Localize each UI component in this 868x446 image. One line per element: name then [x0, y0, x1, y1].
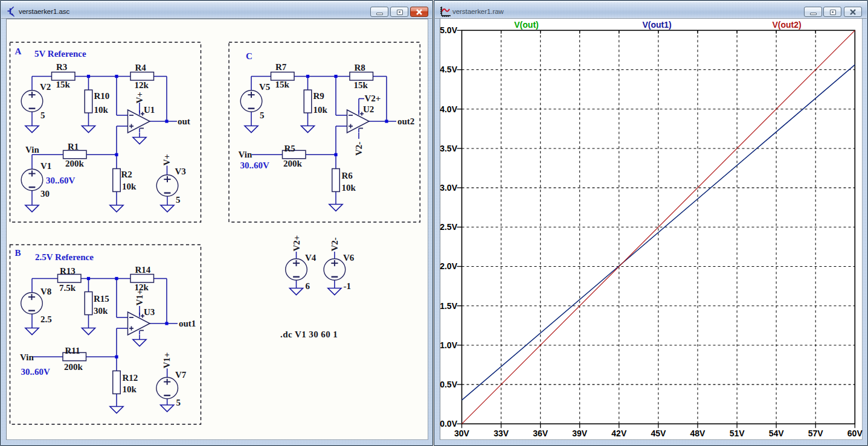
svg-text:2.5V: 2.5V	[440, 222, 457, 232]
svg-text:48V: 48V	[690, 428, 706, 438]
svg-text:60V: 60V	[847, 428, 863, 438]
svg-text:30: 30	[40, 189, 50, 199]
svg-text:R10: R10	[94, 91, 110, 101]
svg-text:R3: R3	[56, 62, 67, 72]
svg-text:V8: V8	[40, 287, 51, 296]
svg-text:7.5k: 7.5k	[59, 283, 76, 293]
svg-text:V3: V3	[175, 167, 186, 176]
svg-text:out: out	[178, 116, 190, 126]
svg-text:Vin: Vin	[20, 352, 34, 362]
svg-text:30..60V: 30..60V	[46, 176, 76, 185]
svg-text:V(out): V(out)	[514, 20, 538, 30]
svg-text:5: 5	[176, 195, 181, 205]
svg-text:V1+: V1+	[162, 352, 172, 369]
svg-text:V(out2): V(out2)	[772, 20, 801, 30]
svg-text:10k: 10k	[313, 105, 328, 115]
svg-text:R12: R12	[123, 373, 138, 383]
svg-text:5: 5	[176, 398, 181, 407]
svg-text:45V: 45V	[651, 428, 666, 438]
svg-text:0.0V: 0.0V	[440, 419, 457, 428]
svg-text:36V: 36V	[533, 428, 548, 438]
svg-text:15k: 15k	[354, 80, 368, 90]
svg-text:Vin: Vin	[25, 145, 39, 155]
svg-text:30..60V: 30..60V	[21, 367, 51, 377]
svg-text:R7: R7	[275, 62, 287, 72]
svg-text:6: 6	[306, 281, 310, 291]
svg-text:U1: U1	[144, 105, 155, 115]
svg-text:V+: V+	[162, 154, 172, 165]
svg-text:15k: 15k	[275, 80, 290, 89]
svg-text:R2: R2	[121, 170, 132, 179]
svg-text:out1: out1	[179, 319, 196, 328]
svg-text:V2+: V2+	[292, 235, 301, 252]
svg-text:5: 5	[40, 110, 45, 120]
svg-text:5: 5	[260, 110, 265, 120]
svg-text:10k: 10k	[122, 182, 137, 191]
svg-text:15k: 15k	[56, 80, 71, 89]
svg-text:57V: 57V	[808, 428, 824, 438]
svg-text:R5: R5	[285, 144, 295, 153]
svg-text:0.5V: 0.5V	[440, 380, 457, 389]
svg-text:R8: R8	[355, 63, 365, 72]
svg-text:R9: R9	[313, 91, 324, 101]
svg-text:12k: 12k	[135, 80, 149, 90]
svg-text:V2+: V2+	[365, 94, 381, 103]
svg-text:V1: V1	[40, 161, 51, 171]
svg-text:R4: R4	[135, 63, 147, 72]
svg-text:V2-: V2-	[330, 237, 339, 251]
svg-text:1.0V: 1.0V	[440, 340, 457, 350]
svg-text:V7: V7	[175, 370, 187, 380]
svg-text:42V: 42V	[611, 428, 627, 438]
svg-text:U2: U2	[363, 104, 374, 114]
svg-text:10k: 10k	[94, 105, 109, 115]
svg-text:U3: U3	[144, 307, 155, 317]
svg-text:V2: V2	[40, 82, 51, 92]
svg-text:V2-: V2-	[354, 142, 364, 156]
svg-text:out2: out2	[397, 116, 414, 126]
svg-text:33V: 33V	[493, 428, 509, 438]
svg-text:2.0V: 2.0V	[440, 261, 457, 271]
svg-text:V5: V5	[259, 82, 270, 92]
svg-text:R1: R1	[68, 142, 79, 151]
svg-text:10k: 10k	[123, 384, 137, 394]
svg-text:V+: V+	[135, 92, 144, 103]
svg-text:C: C	[246, 51, 252, 61]
svg-text:V1+: V1+	[135, 290, 144, 306]
svg-text:R6: R6	[342, 171, 353, 180]
svg-text:Vin: Vin	[239, 150, 252, 159]
svg-text:4.0V: 4.0V	[440, 104, 457, 114]
svg-text:30k: 30k	[94, 306, 108, 316]
svg-text:30..60V: 30..60V	[240, 161, 270, 170]
svg-text:200k: 200k	[283, 159, 303, 168]
svg-text:A: A	[15, 46, 22, 56]
svg-text:1.5V: 1.5V	[440, 301, 457, 311]
svg-text:39V: 39V	[572, 428, 588, 438]
svg-text:V(out1): V(out1)	[642, 20, 671, 30]
svg-text:2.5V Reference: 2.5V Reference	[35, 252, 94, 262]
svg-text:54V: 54V	[769, 428, 785, 438]
svg-text:B: B	[15, 248, 21, 258]
svg-text:-1: -1	[344, 281, 352, 291]
svg-text:10k: 10k	[342, 183, 356, 193]
svg-text:30V: 30V	[454, 428, 470, 438]
svg-text:4.5V: 4.5V	[440, 65, 457, 74]
svg-text:200k: 200k	[64, 362, 83, 372]
svg-text:R15: R15	[94, 294, 109, 304]
svg-text:2.5: 2.5	[40, 314, 52, 324]
svg-text:V4: V4	[305, 253, 317, 263]
svg-text:5.0V: 5.0V	[440, 25, 457, 35]
svg-text:V6: V6	[343, 253, 355, 263]
svg-text:R14: R14	[135, 265, 151, 275]
svg-text:3.5V: 3.5V	[440, 144, 457, 153]
svg-text:5V Reference: 5V Reference	[34, 49, 86, 59]
svg-text:.dc V1 30 60 1: .dc V1 30 60 1	[280, 330, 338, 339]
svg-text:R13: R13	[60, 266, 76, 276]
svg-text:51V: 51V	[730, 428, 745, 438]
svg-text:3.0V: 3.0V	[440, 183, 457, 193]
svg-text:R11: R11	[65, 346, 80, 355]
svg-text:200k: 200k	[65, 159, 85, 168]
